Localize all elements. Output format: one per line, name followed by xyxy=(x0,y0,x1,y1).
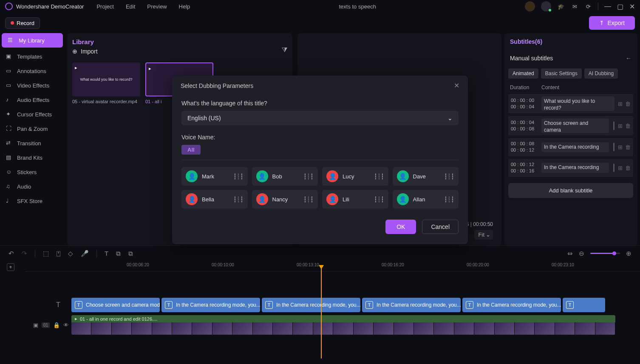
waveform-icon[interactable]: ┇┆┇ xyxy=(233,173,244,180)
modal-body: What's the language of this title? Engli… xyxy=(172,96,468,213)
avatar-icon: 👤 xyxy=(256,170,268,182)
dubbing-modal: Select Dubbing Parameters ✕ What's the l… xyxy=(172,76,468,244)
avatar-icon: 👤 xyxy=(186,170,198,182)
ok-button[interactable]: OK xyxy=(385,220,416,234)
waveform-icon[interactable]: ┇┆┇ xyxy=(444,173,454,180)
avatar-icon: 👤 xyxy=(186,193,198,205)
cancel-button[interactable]: Cancel xyxy=(422,220,459,234)
voice-option[interactable]: 👤Lili┇┆┇ xyxy=(322,190,388,209)
waveform-icon[interactable]: ┇┆┇ xyxy=(374,173,384,180)
voice-filter: All xyxy=(181,145,459,155)
avatar-icon: 👤 xyxy=(397,170,409,182)
waveform-icon[interactable]: ┇┆┇ xyxy=(374,196,384,203)
modal-footer: OK Cancel xyxy=(172,213,468,236)
voice-option[interactable]: 👤Bob┇┆┇ xyxy=(252,167,318,186)
language-dropdown[interactable]: English (US) ⌄ xyxy=(181,111,459,125)
modal-title: Select Dubbing Parameters xyxy=(181,82,253,89)
voice-option[interactable]: 👤Nancy┇┆┇ xyxy=(252,190,318,209)
modal-header: Select Dubbing Parameters ✕ xyxy=(172,76,468,96)
chevron-down-icon: ⌄ xyxy=(447,115,453,121)
voice-grid: 👤Mark┇┆┇ 👤Bob┇┆┇ 👤Lucy┇┆┇ 👤Dave┇┆┇ 👤Bell… xyxy=(181,167,459,209)
voice-filter-all[interactable]: All xyxy=(181,145,201,155)
voice-option[interactable]: 👤Allan┇┆┇ xyxy=(393,190,459,209)
waveform-icon[interactable]: ┇┆┇ xyxy=(444,196,454,203)
modal-overlay: Select Dubbing Parameters ✕ What's the l… xyxy=(0,0,640,364)
avatar-icon: 👤 xyxy=(326,170,338,182)
voice-option[interactable]: 👤Bella┇┆┇ xyxy=(181,190,248,209)
voice-name-label: Voice Name: xyxy=(181,134,459,141)
language-question: What's the language of this title? xyxy=(181,100,459,107)
waveform-icon[interactable]: ┇┆┇ xyxy=(303,196,314,203)
waveform-icon[interactable]: ┇┆┇ xyxy=(303,173,314,180)
voice-option[interactable]: 👤Lucy┇┆┇ xyxy=(322,167,388,186)
close-icon[interactable]: ✕ xyxy=(454,82,459,90)
divider xyxy=(181,160,459,160)
avatar-icon: 👤 xyxy=(397,193,409,205)
avatar-icon: 👤 xyxy=(326,193,338,205)
voice-option[interactable]: 👤Mark┇┆┇ xyxy=(181,167,248,186)
voice-option[interactable]: 👤Dave┇┆┇ xyxy=(393,167,459,186)
avatar-icon: 👤 xyxy=(256,193,268,205)
waveform-icon[interactable]: ┇┆┇ xyxy=(233,196,244,203)
